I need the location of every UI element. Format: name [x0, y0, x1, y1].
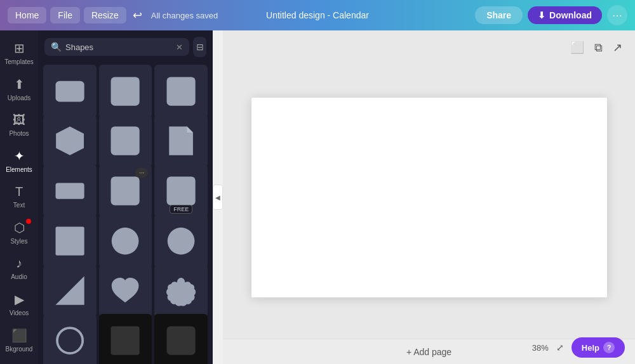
- svg-point-12: [57, 328, 83, 353]
- sidebar-label-templates: Templates: [4, 58, 34, 65]
- shape-item[interactable]: [99, 115, 152, 168]
- elements-icon: ✦: [14, 148, 25, 164]
- background-icon: ⬛: [11, 328, 27, 343]
- audio-icon: ♪: [16, 256, 22, 271]
- copy-button[interactable]: ⧉: [592, 38, 605, 57]
- undo-icon[interactable]: ↩: [133, 8, 142, 22]
- file-button[interactable]: File: [50, 7, 80, 23]
- sidebar-item-audio[interactable]: ♪ Audio: [2, 251, 36, 285]
- svg-marker-3: [56, 127, 84, 155]
- sidebar-item-videos[interactable]: ▶ Videos: [2, 287, 36, 322]
- sidebar-label-uploads: Uploads: [8, 94, 31, 101]
- sidebar-label-styles: Styles: [10, 238, 27, 245]
- templates-icon: ⊞: [14, 41, 25, 56]
- copy-icon: ⧉: [594, 41, 603, 54]
- svg-rect-7: [167, 177, 196, 205]
- shape-item[interactable]: [99, 65, 152, 118]
- shape-item[interactable]: [154, 65, 208, 118]
- sidebar-item-uploads[interactable]: ⬆ Uploads: [2, 72, 36, 107]
- shape-item[interactable]: ···: [99, 164, 152, 218]
- free-badge: FREE: [170, 205, 192, 214]
- sidebar-label-audio: Audio: [11, 273, 27, 280]
- svg-rect-5: [55, 183, 84, 199]
- expand-icon: ⤢: [556, 342, 564, 353]
- shapes-grid: ··· FREE: [38, 62, 213, 364]
- shape-item[interactable]: [154, 314, 208, 364]
- shape-item[interactable]: [43, 164, 97, 218]
- shape-item[interactable]: [99, 264, 152, 318]
- sidebar-item-photos[interactable]: 🖼 Photos: [2, 108, 36, 142]
- svg-point-10: [168, 227, 195, 254]
- resize-icon: ⬜: [570, 41, 584, 54]
- resize-button[interactable]: Resize: [84, 7, 126, 23]
- hide-panel-button[interactable]: ◀: [213, 185, 223, 210]
- svg-rect-13: [111, 327, 140, 355]
- shape-item[interactable]: [43, 115, 97, 168]
- shape-item[interactable]: [43, 314, 97, 364]
- videos-icon: ▶: [15, 292, 24, 307]
- share-icon: ↗: [613, 41, 622, 54]
- svg-rect-6: [111, 177, 140, 205]
- download-icon: ⬇: [538, 10, 545, 20]
- shape-item[interactable]: [99, 214, 152, 268]
- svg-rect-14: [167, 327, 196, 355]
- filter-icon: ⊟: [196, 42, 204, 52]
- home-button[interactable]: Home: [8, 7, 46, 23]
- svg-rect-4: [111, 127, 140, 155]
- header-right: Share ⬇ Download ⋯: [475, 5, 627, 25]
- header: Home File Resize ↩ All changes saved Unt…: [0, 0, 635, 30]
- shape-item[interactable]: [154, 264, 208, 318]
- sidebar-item-templates[interactable]: ⊞ Templates: [2, 36, 36, 70]
- more-dots-badge: ···: [135, 168, 148, 178]
- add-page-label: + Add page: [406, 347, 451, 357]
- sidebar-item-elements[interactable]: ✦ Elements: [2, 143, 36, 178]
- shape-item[interactable]: [43, 65, 97, 118]
- sidebar-label-text: Text: [13, 202, 25, 209]
- share-button[interactable]: Share: [475, 6, 523, 24]
- header-left: Home File Resize ↩ All changes saved: [8, 7, 218, 23]
- filter-button[interactable]: ⊟: [193, 37, 206, 57]
- search-icon: 🔍: [51, 42, 62, 52]
- main-layout: ⊞ Templates ⬆ Uploads 🖼 Photos ✦ Element…: [0, 30, 635, 364]
- zoom-expand-button[interactable]: ⤢: [554, 341, 566, 354]
- svg-point-9: [112, 227, 139, 254]
- help-icon: ?: [603, 342, 615, 353]
- canvas-page: [251, 98, 607, 297]
- svg-rect-0: [55, 81, 84, 102]
- text-icon: T: [15, 185, 23, 199]
- bottom-bar: 38% ⤢ Help ?: [532, 337, 625, 358]
- svg-marker-11: [55, 276, 84, 305]
- chevron-left-icon: ◀: [215, 194, 220, 201]
- uploads-icon: ⬆: [14, 77, 25, 92]
- search-input[interactable]: [65, 42, 172, 52]
- sidebar-label-photos: Photos: [9, 130, 29, 137]
- download-button[interactable]: ⬇ Download: [528, 6, 602, 24]
- shape-item[interactable]: [99, 314, 152, 364]
- sidebar-label-elements: Elements: [6, 166, 32, 173]
- resize-handle-button[interactable]: ⬜: [568, 38, 587, 57]
- zoom-level: 38%: [532, 343, 549, 353]
- sidebar-item-styles[interactable]: ⬡ Styles: [2, 215, 36, 250]
- shape-item[interactable]: [43, 264, 97, 318]
- help-button[interactable]: Help ?: [572, 337, 625, 358]
- more-options-button[interactable]: ⋯: [607, 5, 627, 25]
- help-label: Help: [582, 343, 599, 353]
- shape-item[interactable]: FREE: [154, 164, 208, 218]
- sidebar-label-background: Bkground: [6, 346, 33, 353]
- document-title: Untitled design - Calendar: [266, 10, 369, 20]
- sidebar-item-text[interactable]: T Text: [2, 179, 36, 214]
- photos-icon: 🖼: [13, 113, 25, 127]
- shape-item[interactable]: [43, 214, 97, 268]
- canvas-toolbar: ⬜ ⧉ ↗: [568, 38, 625, 57]
- sidebar-item-background[interactable]: ⬛ Bkground: [2, 323, 36, 358]
- shape-item[interactable]: [154, 214, 208, 268]
- styles-icon: ⬡: [14, 220, 25, 235]
- svg-rect-1: [111, 77, 140, 105]
- clear-search-button[interactable]: ✕: [176, 42, 183, 52]
- shape-item[interactable]: [154, 115, 208, 168]
- elements-panel: 🔍 ✕ ⊟: [38, 30, 213, 364]
- save-status: All changes saved: [151, 11, 218, 20]
- sidebar-label-videos: Videos: [10, 309, 29, 316]
- svg-rect-2: [167, 77, 196, 105]
- share-canvas-button[interactable]: ↗: [610, 38, 625, 57]
